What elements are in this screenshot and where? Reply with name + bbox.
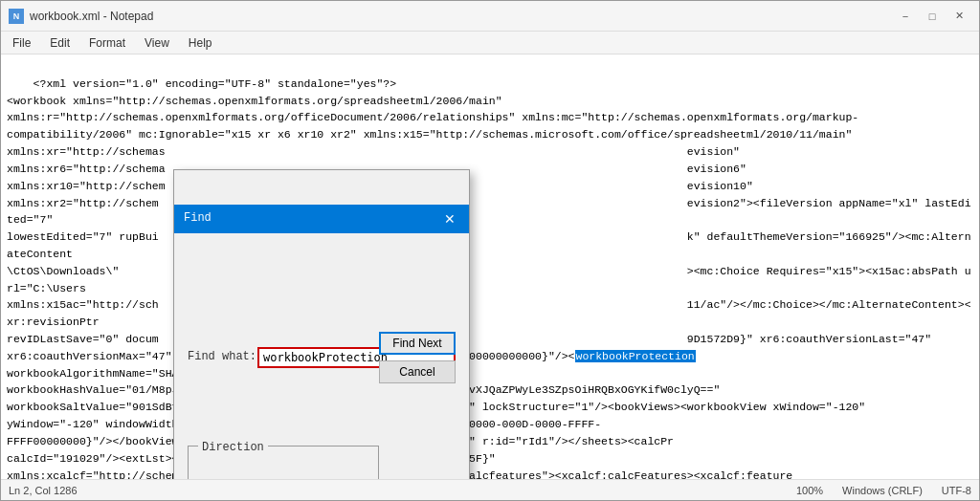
app-icon: N <box>9 9 24 24</box>
cursor-position: Ln 2, Col 1286 <box>9 485 78 496</box>
status-bar: Ln 2, Col 1286 100% Windows (CRLF) UTF-8 <box>1 479 979 500</box>
status-right: 100% Windows (CRLF) UTF-8 <box>796 485 971 496</box>
find-what-label: Find what: <box>188 348 250 366</box>
app-icon-letter: N <box>13 11 20 21</box>
find-next-button[interactable]: Find Next <box>379 332 456 355</box>
text-editor[interactable]: <?xml version="1.0" encoding="UTF-8" sta… <box>1 54 979 479</box>
menu-edit[interactable]: Edit <box>42 34 78 52</box>
highlighted-text: workbookProtection <box>575 350 696 362</box>
menu-file[interactable]: File <box>5 34 38 52</box>
dialog-title-text: Find <box>184 209 212 228</box>
menu-bar: File Edit Format View Help <box>1 32 979 54</box>
menu-format[interactable]: Format <box>81 34 133 52</box>
maximize-button[interactable]: □ <box>920 7 945 26</box>
find-dialog: Find ✕ Find what: Direction Up <box>173 169 470 479</box>
zoom-level: 100% <box>796 485 823 496</box>
dialog-close-button[interactable]: ✕ <box>440 209 459 229</box>
close-button[interactable]: ✕ <box>947 7 971 26</box>
menu-help[interactable]: Help <box>181 34 220 52</box>
menu-view[interactable]: View <box>137 34 177 52</box>
line-1: <?xml version="1.0" encoding="UTF-8" sta… <box>7 77 971 362</box>
line-endings: Windows (CRLF) <box>842 485 923 496</box>
direction-legend: Direction <box>198 439 268 457</box>
dialog-content: Find what: Direction Up Down <box>174 284 469 479</box>
title-bar: N workbook.xml - Notepad − □ ✕ <box>1 1 979 32</box>
dialog-title-bar: Find ✕ <box>174 205 469 233</box>
minimize-button[interactable]: − <box>893 7 918 26</box>
dialog-buttons: Find Next Cancel <box>379 332 456 383</box>
title-controls: − □ ✕ <box>893 7 971 26</box>
title-bar-left: N workbook.xml - Notepad <box>9 9 153 24</box>
direction-group: Direction Up Down <box>188 446 379 479</box>
encoding: UTF-8 <box>942 485 971 496</box>
cancel-button[interactable]: Cancel <box>379 360 456 383</box>
main-window: N workbook.xml - Notepad − □ ✕ File Edit… <box>0 0 980 501</box>
window-title: workbook.xml - Notepad <box>30 10 153 23</box>
